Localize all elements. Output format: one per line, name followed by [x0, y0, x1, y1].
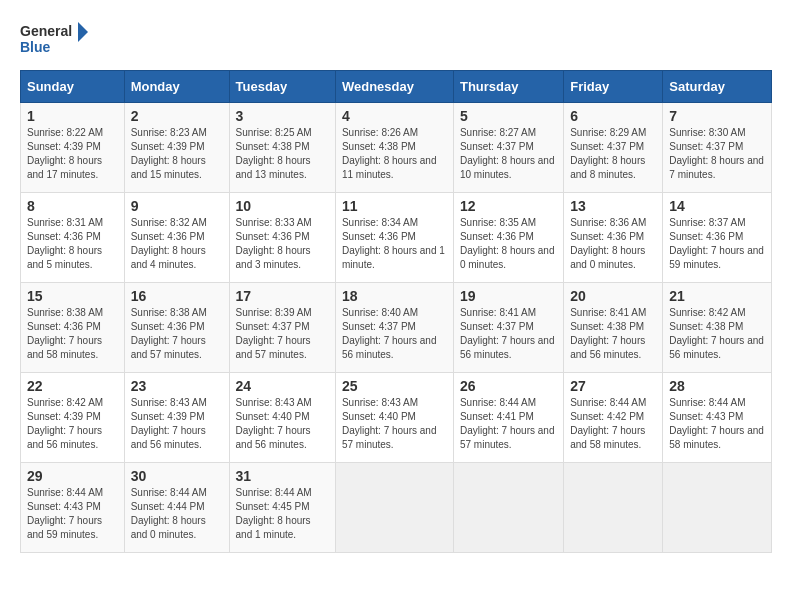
day-number: 31: [236, 468, 329, 484]
day-cell-4: 4 Sunrise: 8:26 AMSunset: 4:38 PMDayligh…: [335, 103, 453, 193]
day-info: Sunrise: 8:41 AMSunset: 4:38 PMDaylight:…: [570, 307, 646, 360]
day-info: Sunrise: 8:27 AMSunset: 4:37 PMDaylight:…: [460, 127, 555, 180]
day-cell-28: 28 Sunrise: 8:44 AMSunset: 4:43 PMDaylig…: [663, 373, 772, 463]
svg-text:General: General: [20, 23, 72, 39]
calendar-week-3: 15 Sunrise: 8:38 AMSunset: 4:36 PMDaylig…: [21, 283, 772, 373]
day-number: 1: [27, 108, 118, 124]
day-number: 21: [669, 288, 765, 304]
day-info: Sunrise: 8:36 AMSunset: 4:36 PMDaylight:…: [570, 217, 646, 270]
day-cell-9: 9 Sunrise: 8:32 AMSunset: 4:36 PMDayligh…: [124, 193, 229, 283]
day-cell-22: 22 Sunrise: 8:42 AMSunset: 4:39 PMDaylig…: [21, 373, 125, 463]
day-info: Sunrise: 8:44 AMSunset: 4:41 PMDaylight:…: [460, 397, 555, 450]
day-info: Sunrise: 8:44 AMSunset: 4:42 PMDaylight:…: [570, 397, 646, 450]
day-number: 22: [27, 378, 118, 394]
day-info: Sunrise: 8:44 AMSunset: 4:44 PMDaylight:…: [131, 487, 207, 540]
day-info: Sunrise: 8:42 AMSunset: 4:38 PMDaylight:…: [669, 307, 764, 360]
calendar-table: SundayMondayTuesdayWednesdayThursdayFrid…: [20, 70, 772, 553]
day-info: Sunrise: 8:32 AMSunset: 4:36 PMDaylight:…: [131, 217, 207, 270]
svg-text:Blue: Blue: [20, 39, 51, 55]
day-number: 26: [460, 378, 557, 394]
day-cell-25: 25 Sunrise: 8:43 AMSunset: 4:40 PMDaylig…: [335, 373, 453, 463]
day-number: 10: [236, 198, 329, 214]
empty-cell: [453, 463, 563, 553]
day-number: 25: [342, 378, 447, 394]
day-cell-10: 10 Sunrise: 8:33 AMSunset: 4:36 PMDaylig…: [229, 193, 335, 283]
day-cell-15: 15 Sunrise: 8:38 AMSunset: 4:36 PMDaylig…: [21, 283, 125, 373]
day-number: 24: [236, 378, 329, 394]
day-info: Sunrise: 8:26 AMSunset: 4:38 PMDaylight:…: [342, 127, 437, 180]
day-number: 19: [460, 288, 557, 304]
day-cell-13: 13 Sunrise: 8:36 AMSunset: 4:36 PMDaylig…: [564, 193, 663, 283]
day-number: 3: [236, 108, 329, 124]
day-cell-29: 29 Sunrise: 8:44 AMSunset: 4:43 PMDaylig…: [21, 463, 125, 553]
column-header-wednesday: Wednesday: [335, 71, 453, 103]
day-info: Sunrise: 8:44 AMSunset: 4:45 PMDaylight:…: [236, 487, 312, 540]
calendar-week-1: 1 Sunrise: 8:22 AMSunset: 4:39 PMDayligh…: [21, 103, 772, 193]
day-cell-2: 2 Sunrise: 8:23 AMSunset: 4:39 PMDayligh…: [124, 103, 229, 193]
day-cell-18: 18 Sunrise: 8:40 AMSunset: 4:37 PMDaylig…: [335, 283, 453, 373]
empty-cell: [335, 463, 453, 553]
day-cell-14: 14 Sunrise: 8:37 AMSunset: 4:36 PMDaylig…: [663, 193, 772, 283]
column-header-tuesday: Tuesday: [229, 71, 335, 103]
day-cell-27: 27 Sunrise: 8:44 AMSunset: 4:42 PMDaylig…: [564, 373, 663, 463]
empty-cell: [663, 463, 772, 553]
day-number: 29: [27, 468, 118, 484]
day-number: 27: [570, 378, 656, 394]
day-number: 2: [131, 108, 223, 124]
calendar-week-4: 22 Sunrise: 8:42 AMSunset: 4:39 PMDaylig…: [21, 373, 772, 463]
day-cell-3: 3 Sunrise: 8:25 AMSunset: 4:38 PMDayligh…: [229, 103, 335, 193]
day-number: 18: [342, 288, 447, 304]
column-header-sunday: Sunday: [21, 71, 125, 103]
day-info: Sunrise: 8:43 AMSunset: 4:40 PMDaylight:…: [236, 397, 312, 450]
day-cell-8: 8 Sunrise: 8:31 AMSunset: 4:36 PMDayligh…: [21, 193, 125, 283]
day-cell-31: 31 Sunrise: 8:44 AMSunset: 4:45 PMDaylig…: [229, 463, 335, 553]
day-number: 20: [570, 288, 656, 304]
day-cell-19: 19 Sunrise: 8:41 AMSunset: 4:37 PMDaylig…: [453, 283, 563, 373]
day-cell-7: 7 Sunrise: 8:30 AMSunset: 4:37 PMDayligh…: [663, 103, 772, 193]
day-cell-24: 24 Sunrise: 8:43 AMSunset: 4:40 PMDaylig…: [229, 373, 335, 463]
day-number: 6: [570, 108, 656, 124]
day-info: Sunrise: 8:44 AMSunset: 4:43 PMDaylight:…: [27, 487, 103, 540]
svg-marker-2: [78, 22, 88, 42]
day-info: Sunrise: 8:22 AMSunset: 4:39 PMDaylight:…: [27, 127, 103, 180]
day-cell-17: 17 Sunrise: 8:39 AMSunset: 4:37 PMDaylig…: [229, 283, 335, 373]
day-info: Sunrise: 8:35 AMSunset: 4:36 PMDaylight:…: [460, 217, 555, 270]
day-number: 12: [460, 198, 557, 214]
day-info: Sunrise: 8:43 AMSunset: 4:40 PMDaylight:…: [342, 397, 437, 450]
day-number: 13: [570, 198, 656, 214]
day-info: Sunrise: 8:43 AMSunset: 4:39 PMDaylight:…: [131, 397, 207, 450]
day-info: Sunrise: 8:34 AMSunset: 4:36 PMDaylight:…: [342, 217, 445, 270]
day-info: Sunrise: 8:23 AMSunset: 4:39 PMDaylight:…: [131, 127, 207, 180]
column-header-friday: Friday: [564, 71, 663, 103]
calendar-week-2: 8 Sunrise: 8:31 AMSunset: 4:36 PMDayligh…: [21, 193, 772, 283]
calendar-week-5: 29 Sunrise: 8:44 AMSunset: 4:43 PMDaylig…: [21, 463, 772, 553]
day-info: Sunrise: 8:29 AMSunset: 4:37 PMDaylight:…: [570, 127, 646, 180]
day-info: Sunrise: 8:38 AMSunset: 4:36 PMDaylight:…: [27, 307, 103, 360]
day-cell-6: 6 Sunrise: 8:29 AMSunset: 4:37 PMDayligh…: [564, 103, 663, 193]
day-number: 4: [342, 108, 447, 124]
day-info: Sunrise: 8:44 AMSunset: 4:43 PMDaylight:…: [669, 397, 764, 450]
day-number: 8: [27, 198, 118, 214]
day-info: Sunrise: 8:40 AMSunset: 4:37 PMDaylight:…: [342, 307, 437, 360]
day-number: 14: [669, 198, 765, 214]
day-number: 23: [131, 378, 223, 394]
header-row: SundayMondayTuesdayWednesdayThursdayFrid…: [21, 71, 772, 103]
day-number: 15: [27, 288, 118, 304]
day-info: Sunrise: 8:39 AMSunset: 4:37 PMDaylight:…: [236, 307, 312, 360]
day-info: Sunrise: 8:42 AMSunset: 4:39 PMDaylight:…: [27, 397, 103, 450]
day-number: 17: [236, 288, 329, 304]
day-cell-12: 12 Sunrise: 8:35 AMSunset: 4:36 PMDaylig…: [453, 193, 563, 283]
column-header-monday: Monday: [124, 71, 229, 103]
empty-cell: [564, 463, 663, 553]
day-number: 28: [669, 378, 765, 394]
day-cell-1: 1 Sunrise: 8:22 AMSunset: 4:39 PMDayligh…: [21, 103, 125, 193]
column-header-saturday: Saturday: [663, 71, 772, 103]
day-info: Sunrise: 8:30 AMSunset: 4:37 PMDaylight:…: [669, 127, 764, 180]
day-number: 7: [669, 108, 765, 124]
day-number: 11: [342, 198, 447, 214]
day-info: Sunrise: 8:25 AMSunset: 4:38 PMDaylight:…: [236, 127, 312, 180]
day-cell-30: 30 Sunrise: 8:44 AMSunset: 4:44 PMDaylig…: [124, 463, 229, 553]
day-cell-11: 11 Sunrise: 8:34 AMSunset: 4:36 PMDaylig…: [335, 193, 453, 283]
day-info: Sunrise: 8:37 AMSunset: 4:36 PMDaylight:…: [669, 217, 764, 270]
day-info: Sunrise: 8:31 AMSunset: 4:36 PMDaylight:…: [27, 217, 103, 270]
